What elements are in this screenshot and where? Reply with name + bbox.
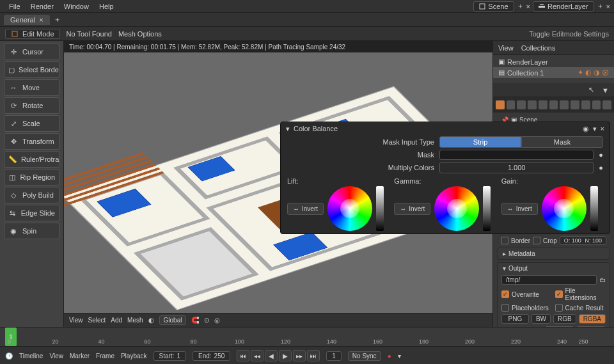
collapse-icon[interactable]: ▾ bbox=[286, 125, 290, 133]
menu-render[interactable]: Render bbox=[26, 3, 59, 10]
gamma-value-slider[interactable] bbox=[483, 186, 491, 231]
footer-menu-view[interactable]: View bbox=[69, 317, 83, 324]
lift-color-wheel[interactable] bbox=[327, 186, 372, 231]
renderlayer-selector[interactable]: RenderLayer bbox=[533, 1, 594, 12]
tl-menu-frame[interactable]: Frame bbox=[96, 352, 114, 360]
play-rev-icon[interactable]: ◀ bbox=[265, 350, 278, 361]
seg-strip[interactable]: Strip bbox=[439, 136, 521, 148]
jump-start-icon[interactable]: ⏮ bbox=[237, 350, 249, 361]
tool-rotate[interactable]: ⟳Rotate bbox=[4, 97, 59, 114]
gain-value-slider[interactable] bbox=[590, 186, 598, 231]
cb-close-icon[interactable]: × bbox=[601, 125, 604, 132]
tool-ruler[interactable]: 📏Ruler/Protrac... bbox=[4, 151, 59, 168]
outliner[interactable]: ▣ RenderLayer ▤ Collection 1 ✦ ◐ ◑ ⦿ bbox=[493, 55, 614, 83]
mode-selector[interactable]: Edit Mode bbox=[5, 29, 60, 39]
mask-field[interactable] bbox=[439, 150, 594, 160]
prop-tab-material[interactable] bbox=[602, 100, 611, 109]
footer-menu-select[interactable]: Select bbox=[88, 317, 106, 324]
panel-metadata-header[interactable]: ▸ Metadata bbox=[498, 248, 610, 259]
tab-general[interactable]: General × bbox=[4, 15, 50, 25]
current-frame[interactable]: 1 bbox=[326, 351, 342, 361]
lift-invert-button[interactable]: ↔ Invert bbox=[287, 203, 324, 215]
tool-move[interactable]: ↔Move bbox=[4, 79, 59, 96]
prop-tab-render[interactable] bbox=[496, 100, 505, 109]
close-layer-icon[interactable]: × bbox=[606, 3, 610, 10]
cb-menu-icon[interactable]: ▾ bbox=[593, 125, 597, 133]
close-scene-icon[interactable]: × bbox=[526, 3, 530, 10]
outliner-row-collection[interactable]: ▤ Collection 1 ✦ ◐ ◑ ⦿ bbox=[493, 67, 614, 78]
mask-dot-icon[interactable]: ● bbox=[599, 151, 603, 159]
folder-icon[interactable]: 🗀 bbox=[599, 276, 606, 283]
autokey-icon[interactable]: ● bbox=[388, 352, 391, 360]
menu-window[interactable]: Window bbox=[59, 3, 94, 10]
sync-selector[interactable]: No Sync bbox=[348, 351, 381, 361]
cache-check[interactable] bbox=[555, 304, 563, 312]
next-key-icon[interactable]: ▸▸ bbox=[293, 350, 306, 361]
tl-menu-timeline[interactable]: Timeline bbox=[19, 352, 43, 360]
tl-menu-view[interactable]: View bbox=[49, 352, 63, 360]
multiply-field[interactable]: 1.000 bbox=[439, 162, 594, 173]
color-balance-panel[interactable]: ▾ Color Balance ◉ ▾ × Mask Input Type St… bbox=[280, 122, 610, 234]
timeline-icon[interactable]: 🕑 bbox=[5, 352, 13, 360]
add-layer-icon[interactable]: ＋ bbox=[597, 1, 604, 11]
arrow-icon[interactable]: ↖ bbox=[588, 86, 594, 94]
indirect-icon[interactable]: ◑ bbox=[594, 68, 600, 77]
tl-menu-playback[interactable]: Playback bbox=[121, 352, 147, 360]
bw-btn[interactable]: BW bbox=[531, 314, 551, 324]
jump-end-icon[interactable]: ⏭ bbox=[307, 350, 320, 361]
lift-value-slider[interactable] bbox=[376, 186, 384, 231]
prop-tab-physics[interactable] bbox=[581, 100, 590, 109]
start-frame-field[interactable]: Start: 1 bbox=[154, 351, 186, 361]
tool-cursor[interactable]: ✛Cursor bbox=[4, 44, 59, 60]
tool-edge-slide[interactable]: ⇆Edge Slide bbox=[4, 205, 59, 221]
placeholders-check[interactable] bbox=[501, 304, 509, 312]
seg-mask[interactable]: Mask bbox=[521, 136, 603, 148]
prop-tab-output[interactable] bbox=[507, 100, 516, 109]
gain-invert-button[interactable]: ↔ Invert bbox=[501, 203, 538, 215]
menu-file[interactable]: File bbox=[4, 3, 26, 10]
prop-tab-object[interactable] bbox=[549, 100, 558, 109]
crop-check[interactable] bbox=[533, 237, 540, 244]
timeline-ruler[interactable]: 1 0 20 40 60 80 100 120 140 160 180 200 … bbox=[0, 328, 614, 347]
key-dropdown-icon[interactable]: ▾ bbox=[398, 352, 401, 360]
visibility-icon[interactable]: ⦿ bbox=[602, 69, 609, 77]
tool-transform[interactable]: ✥Transform bbox=[4, 133, 59, 150]
menu-help[interactable]: Help bbox=[94, 3, 119, 10]
tool-select-border[interactable]: ▢Select Border bbox=[4, 61, 59, 78]
fileext-check[interactable] bbox=[555, 290, 563, 298]
rgb-btn[interactable]: RGB bbox=[553, 314, 576, 324]
depth-8[interactable]: 8 bbox=[545, 326, 574, 327]
remap-fields[interactable]: O: 100N: 100 bbox=[560, 236, 606, 245]
holdout-icon[interactable]: ◐ bbox=[585, 68, 592, 77]
prop-tab-constraint[interactable] bbox=[592, 100, 601, 109]
play-icon[interactable]: ▶ bbox=[279, 350, 292, 361]
toggle-editmode-link[interactable]: Toggle Editmode Settings bbox=[529, 30, 609, 38]
tool-spin[interactable]: ◉Spin bbox=[4, 223, 59, 239]
pivot-icon[interactable]: ⊙ bbox=[204, 317, 209, 324]
scene-selector[interactable]: Scene bbox=[473, 1, 514, 12]
format-selector[interactable]: PNG bbox=[501, 314, 529, 324]
multiply-dot-icon[interactable]: ● bbox=[599, 164, 603, 171]
tool-scale[interactable]: ⤢Scale bbox=[4, 115, 59, 132]
output-path[interactable]: /tmp/ bbox=[501, 275, 597, 285]
tl-menu-marker[interactable]: Marker bbox=[70, 352, 90, 360]
cb-help-icon[interactable]: ◉ bbox=[583, 125, 589, 133]
tool-rip-region[interactable]: ◫Rip Region bbox=[4, 169, 59, 186]
footer-menu-add[interactable]: Add bbox=[111, 317, 122, 324]
gamma-color-wheel[interactable] bbox=[434, 186, 479, 231]
rgba-btn[interactable]: RGBA bbox=[579, 314, 606, 324]
mesh-options-label[interactable]: Mesh Options bbox=[118, 30, 162, 38]
panel-output-header[interactable]: ▾ Output bbox=[498, 263, 610, 274]
depth-16[interactable]: 16 bbox=[576, 326, 606, 327]
gamma-invert-button[interactable]: ↔ Invert bbox=[394, 203, 430, 215]
prev-key-icon[interactable]: ◂◂ bbox=[251, 350, 264, 361]
prop-tab-layers[interactable] bbox=[517, 100, 526, 109]
outliner-row-renderlayer[interactable]: ▣ RenderLayer bbox=[493, 56, 614, 67]
border-check[interactable] bbox=[501, 237, 508, 244]
add-scene-icon[interactable]: ＋ bbox=[517, 1, 524, 11]
add-tab-icon[interactable]: ＋ bbox=[54, 15, 61, 24]
end-frame-field[interactable]: End: 250 bbox=[193, 351, 230, 361]
playhead[interactable]: 1 bbox=[5, 328, 17, 346]
footer-menu-mesh[interactable]: Mesh bbox=[127, 317, 143, 324]
gain-color-wheel[interactable] bbox=[542, 186, 586, 231]
